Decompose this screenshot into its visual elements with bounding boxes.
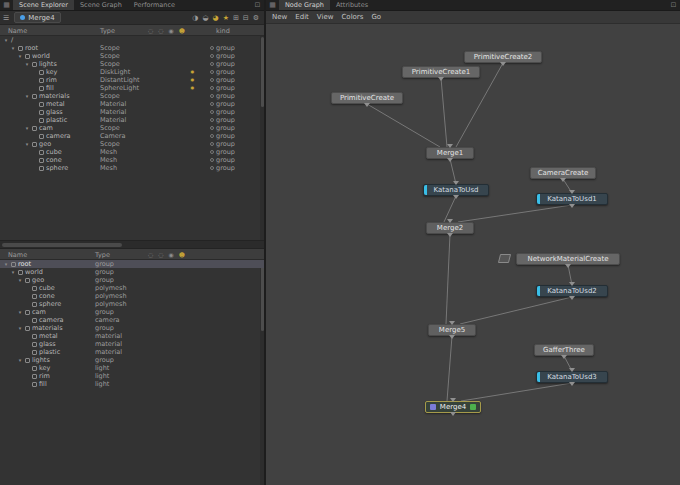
menu-colors[interactable]: Colors xyxy=(341,13,363,21)
left-panel-options-icon[interactable]: ⊡ xyxy=(251,0,264,10)
tree-row-fill[interactable]: filllight xyxy=(0,380,264,388)
settings-gear-icon[interactable]: ⚙ xyxy=(253,14,259,22)
tree-row-world[interactable]: ▾worldScopegroup xyxy=(0,52,264,60)
tab-scene-explorer[interactable]: Scene Explorer xyxy=(13,0,74,10)
menu-view[interactable]: View xyxy=(317,13,334,21)
input-port[interactable] xyxy=(447,144,453,148)
input-port[interactable] xyxy=(449,321,455,325)
expand-arrow-icon[interactable]: ▾ xyxy=(3,260,9,268)
output-port[interactable] xyxy=(447,233,453,237)
tree-row-materials[interactable]: ▾materialsgroup xyxy=(0,324,264,332)
expand-arrow-icon[interactable]: ▾ xyxy=(3,36,9,44)
node-primitivecreate[interactable]: PrimitiveCreate xyxy=(331,92,403,104)
tree-row-root[interactable]: ▾rootgroup xyxy=(0,260,264,268)
render-column-icon[interactable]: ◉ xyxy=(169,27,174,34)
tree-row-plastic[interactable]: plasticmaterial xyxy=(0,348,264,356)
name-column-header[interactable]: Name xyxy=(8,251,27,259)
scrollbar-handle[interactable] xyxy=(2,243,122,247)
expand-all-icon[interactable]: ⊞ xyxy=(233,14,239,22)
name-column-header[interactable]: Name xyxy=(8,27,27,35)
expand-arrow-icon[interactable]: ▾ xyxy=(24,92,30,100)
expand-arrow-icon[interactable]: ▾ xyxy=(17,324,23,332)
output-port[interactable] xyxy=(450,412,456,416)
tree-row-cube[interactable]: cubepolymesh xyxy=(0,284,264,292)
tree-row-glass[interactable]: glassmaterial xyxy=(0,340,264,348)
output-port[interactable] xyxy=(500,62,506,66)
input-port[interactable] xyxy=(569,282,575,286)
edit-flag[interactable] xyxy=(470,404,476,410)
tree-row-camera[interactable]: cameracamera xyxy=(0,316,264,324)
input-port[interactable] xyxy=(450,398,456,402)
solo-column-icon[interactable]: ◌ xyxy=(158,27,163,34)
output-port[interactable] xyxy=(560,178,566,182)
tree-row-geo[interactable]: ▾geoScopegroup xyxy=(0,140,264,148)
tab-scene-graph[interactable]: Scene Graph xyxy=(74,0,128,10)
kind-column-header[interactable]: kind xyxy=(216,27,230,35)
tree-row-sphere[interactable]: sphereMeshgroup xyxy=(0,164,264,172)
hamburger-menu-icon[interactable]: ☰ xyxy=(3,14,9,22)
tree-row-lights[interactable]: ▾lightsScopegroup xyxy=(0,60,264,68)
visibility-toggle-icon[interactable]: ◑ xyxy=(192,14,198,22)
scene-tree-horizontal-scrollbar[interactable] xyxy=(0,240,264,249)
tree-row-geo[interactable]: ▾geogroup xyxy=(0,276,264,284)
tree-row-sphere[interactable]: spherepolymesh xyxy=(0,300,264,308)
tree-row-fill[interactable]: fillSphereLight✸group xyxy=(0,84,264,92)
tree-row-rim[interactable]: rimDistantLight✸group xyxy=(0,76,264,84)
tree-row-slash[interactable]: ▾/ xyxy=(0,36,264,44)
node-cameracreate[interactable]: CameraCreate xyxy=(530,167,596,179)
solo-column-icon[interactable]: ◌ xyxy=(158,251,163,258)
expand-arrow-icon[interactable]: ▾ xyxy=(10,268,16,276)
input-port[interactable] xyxy=(569,368,575,372)
node-networkmaterialcreate[interactable]: NetworkMaterialCreate xyxy=(516,253,620,265)
tab-attributes[interactable]: Attributes xyxy=(330,0,374,10)
expand-arrow-icon[interactable]: ▾ xyxy=(17,52,23,60)
node-primitivecreate1[interactable]: PrimitiveCreate1 xyxy=(402,66,480,78)
viewed-node-chip[interactable]: Merge4 xyxy=(14,12,60,23)
menu-new[interactable]: New xyxy=(272,13,287,21)
expand-arrow-icon[interactable]: ▾ xyxy=(17,308,23,316)
tree-row-metal[interactable]: metalmaterial xyxy=(0,332,264,340)
tree-row-root[interactable]: ▾rootScopegroup xyxy=(0,44,264,52)
node-katanatousd3[interactable]: KatanaToUsd3 xyxy=(536,371,608,383)
tree-row-cube[interactable]: cubeMeshgroup xyxy=(0,148,264,156)
output-port[interactable] xyxy=(565,264,571,268)
right-panel-options-icon[interactable]: ⊡ xyxy=(667,0,680,10)
tree-row-key[interactable]: keyDiskLight✸group xyxy=(0,68,264,76)
node-katanatousd2[interactable]: KatanaToUsd2 xyxy=(536,285,608,297)
node-katanatousd1[interactable]: KatanaToUsd1 xyxy=(536,193,608,205)
tree-row-materials[interactable]: ▾materialsScopegroup xyxy=(0,92,264,100)
render-column-icon[interactable]: ◉ xyxy=(169,251,174,258)
tree-row-world[interactable]: ▾worldgroup xyxy=(0,268,264,276)
node-merge1[interactable]: Merge1 xyxy=(426,147,474,159)
node-merge5[interactable]: Merge5 xyxy=(428,324,476,336)
tree-row-glass[interactable]: glassMaterialgroup xyxy=(0,108,264,116)
input-port[interactable] xyxy=(447,219,453,223)
highlight-icon[interactable]: ◕ xyxy=(213,14,219,22)
input-port[interactable] xyxy=(453,181,459,185)
panel-menu-icon[interactable]: ▦ xyxy=(266,0,279,10)
type-column-header[interactable]: Type xyxy=(95,251,110,259)
node-primitivecreate2[interactable]: PrimitiveCreate2 xyxy=(464,51,542,63)
output-port[interactable] xyxy=(453,195,459,199)
output-port[interactable] xyxy=(438,77,444,81)
node-gafferthree[interactable]: GafferThree xyxy=(534,344,594,356)
input-port[interactable] xyxy=(569,190,575,194)
render-toggle-icon[interactable]: ◒ xyxy=(202,14,208,22)
menu-edit[interactable]: Edit xyxy=(295,13,309,21)
output-port[interactable] xyxy=(561,355,567,359)
node-katanatousd[interactable]: KatanaToUsd xyxy=(423,184,489,196)
expand-arrow-icon[interactable]: ▾ xyxy=(17,356,23,364)
tree-row-key[interactable]: keylight xyxy=(0,364,264,372)
menu-go[interactable]: Go xyxy=(371,13,381,21)
output-port[interactable] xyxy=(569,382,575,386)
tree-row-camera[interactable]: cameraCameragroup xyxy=(0,132,264,140)
output-port[interactable] xyxy=(447,158,453,162)
view-flag[interactable] xyxy=(430,404,436,410)
output-port[interactable] xyxy=(364,103,370,107)
visibility-column-icon[interactable]: ◌ xyxy=(148,251,153,258)
node-graph-canvas[interactable]: PrimitiveCreatePrimitiveCreate1Primitive… xyxy=(266,24,680,485)
expand-arrow-icon[interactable]: ▾ xyxy=(17,276,23,284)
output-port[interactable] xyxy=(569,296,575,300)
node-merge4[interactable]: Merge4 xyxy=(425,401,481,413)
viewer-column-icon[interactable]: ☻ xyxy=(179,27,185,34)
